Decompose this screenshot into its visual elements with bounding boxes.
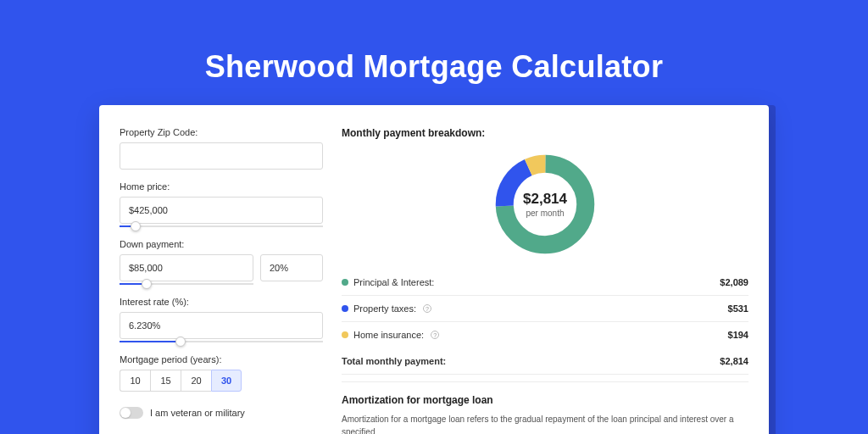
period-option-15[interactable]: 15 — [150, 370, 181, 392]
legend-label: Principal & Interest: — [353, 277, 434, 287]
field-zip: Property Zip Code: — [120, 127, 323, 170]
home-price-label: Home price: — [120, 181, 323, 192]
donut-center: $2,814 per month — [492, 151, 598, 258]
results-panel: Monthly payment breakdown: $2,814 per mo… — [342, 127, 748, 434]
info-icon[interactable]: ? — [423, 304, 431, 313]
legend-label: Home insurance: — [353, 330, 424, 340]
legend-dot-icon — [342, 305, 348, 312]
legend-dot-icon — [342, 331, 348, 338]
donut-chart: $2,814 per month — [492, 151, 598, 258]
period-option-10[interactable]: 10 — [120, 370, 150, 392]
field-interest-rate: Interest rate (%): — [120, 297, 323, 342]
home-price-slider[interactable] — [120, 225, 323, 227]
amortization-block: Amortization for mortgage loan Amortizat… — [342, 381, 748, 434]
amortization-text: Amortization for a mortgage loan refers … — [342, 413, 748, 434]
period-option-30[interactable]: 30 — [211, 370, 242, 392]
veteran-label: I am veteran or military — [150, 408, 245, 418]
legend-row: Principal & Interest:$2,089 — [342, 270, 748, 296]
zip-input[interactable] — [120, 142, 323, 170]
legend-label: Property taxes: — [353, 303, 416, 314]
legend-row: Home insurance:?$194 — [342, 322, 748, 348]
zip-label: Property Zip Code: — [120, 127, 323, 137]
down-payment-input[interactable] — [120, 254, 253, 281]
total-value: $2,814 — [720, 356, 748, 366]
interest-rate-slider[interactable] — [120, 341, 323, 342]
total-row: Total monthly payment: $2,814 — [342, 348, 748, 375]
page-title: Sherwood Mortgage Calculator — [0, 0, 868, 105]
legend-value: $194 — [728, 330, 748, 340]
breakdown-title: Monthly payment breakdown: — [342, 127, 748, 139]
field-down-payment: Down payment: — [120, 239, 323, 285]
mortgage-period-segmented: 10152030 — [120, 370, 323, 392]
interest-rate-label: Interest rate (%): — [120, 297, 323, 307]
home-price-input[interactable] — [120, 197, 323, 224]
slider-thumb[interactable] — [142, 279, 152, 289]
donut-sub: per month — [526, 209, 564, 218]
down-payment-label: Down payment: — [120, 239, 323, 249]
legend-value: $531 — [728, 303, 748, 314]
inputs-panel: Property Zip Code: Home price: Down paym… — [120, 127, 323, 434]
slider-thumb[interactable] — [175, 337, 186, 347]
veteran-toggle-row: I am veteran or military — [120, 407, 323, 419]
legend-value: $2,089 — [720, 277, 748, 287]
total-label: Total monthly payment: — [342, 356, 446, 366]
legend-dot-icon — [342, 279, 348, 286]
donut-wrap: $2,814 per month — [342, 147, 748, 270]
donut-amount: $2,814 — [523, 191, 567, 208]
down-payment-slider[interactable] — [120, 283, 253, 285]
calculator-card: Property Zip Code: Home price: Down paym… — [99, 105, 769, 434]
interest-rate-input[interactable] — [120, 312, 323, 339]
amortization-title: Amortization for mortgage loan — [342, 394, 748, 406]
field-home-price: Home price: — [120, 181, 323, 227]
period-option-20[interactable]: 20 — [181, 370, 211, 392]
legend-list: Principal & Interest:$2,089Property taxe… — [342, 270, 748, 348]
veteran-toggle[interactable] — [120, 407, 143, 419]
mortgage-period-label: Mortgage period (years): — [120, 354, 323, 364]
down-payment-pct-input[interactable] — [260, 254, 323, 281]
slider-thumb[interactable] — [131, 221, 141, 231]
slider-fill — [120, 341, 181, 342]
info-icon[interactable]: ? — [431, 331, 439, 339]
legend-row: Property taxes:?$531 — [342, 296, 748, 322]
field-mortgage-period: Mortgage period (years): 10152030 — [120, 354, 323, 392]
